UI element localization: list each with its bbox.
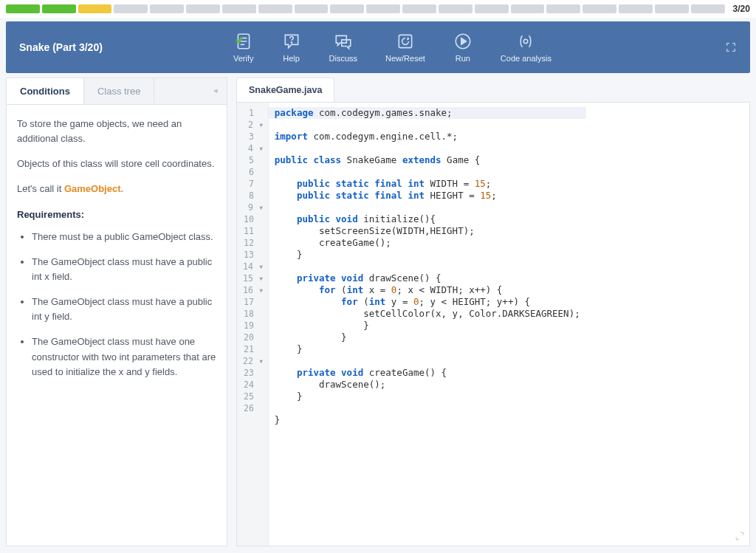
requirements-list: There must be a public GameObject class.… bbox=[17, 230, 216, 379]
progress-seg bbox=[655, 4, 689, 13]
analysis-icon bbox=[516, 32, 535, 51]
requirement-item: The GameObject class must have one const… bbox=[32, 334, 216, 379]
requirements-title: Requirements: bbox=[17, 207, 216, 222]
verify-button[interactable]: Verify bbox=[233, 32, 254, 63]
analysis-button[interactable]: Code analysis bbox=[501, 32, 551, 63]
progress-seg bbox=[258, 4, 292, 13]
svg-point-4 bbox=[524, 39, 528, 43]
progress-seg bbox=[619, 4, 653, 13]
progress-seg bbox=[295, 4, 329, 13]
verify-icon bbox=[234, 32, 253, 51]
discuss-button[interactable]: Discuss bbox=[329, 32, 358, 63]
fullscreen-icon[interactable] bbox=[725, 41, 737, 53]
progress-seg bbox=[222, 4, 256, 13]
tab-classtree[interactable]: Class tree bbox=[84, 78, 155, 104]
code-editor[interactable]: 1 2 ▾ 3 4 ▾ 5 6 7 8 9 ▾ 10 11 12 13 14 ▾… bbox=[236, 102, 750, 546]
svg-point-1 bbox=[291, 42, 292, 43]
progress-seg bbox=[583, 4, 616, 13]
progress-seg bbox=[330, 4, 364, 13]
code-area[interactable]: package com.codegym.games.snake; import … bbox=[269, 103, 586, 546]
newreset-label: New/Reset bbox=[385, 54, 425, 63]
page-title: Snake (Part 3/20) bbox=[19, 41, 233, 53]
progress-seg bbox=[78, 4, 112, 13]
help-icon bbox=[282, 32, 301, 51]
run-icon bbox=[453, 32, 472, 51]
discuss-icon bbox=[334, 32, 353, 51]
gutter: 1 2 ▾ 3 4 ▾ 5 6 7 8 9 ▾ 10 11 12 13 14 ▾… bbox=[237, 103, 269, 546]
requirement-item: There must be a public GameObject class. bbox=[32, 230, 216, 244]
progress-seg bbox=[439, 4, 472, 13]
progress-seg bbox=[114, 4, 148, 13]
requirement-item: The GameObject class must have a public … bbox=[32, 255, 216, 284]
highlight-classname: GameObject bbox=[64, 183, 121, 194]
conditions-text: Objects of this class will store cell co… bbox=[17, 157, 216, 171]
left-tabs: Conditions Class tree ◂ bbox=[7, 78, 227, 105]
svg-rect-2 bbox=[399, 35, 411, 47]
file-tab[interactable]: SnakeGame.java bbox=[236, 78, 334, 102]
progress-seg bbox=[42, 4, 76, 13]
progress-seg bbox=[366, 4, 400, 13]
collapse-sidebar-icon[interactable]: ◂ bbox=[205, 78, 227, 104]
progress-count: 3/20 bbox=[727, 4, 750, 14]
progress-seg bbox=[691, 4, 725, 13]
reset-icon bbox=[396, 32, 415, 51]
requirement-item: The GameObject class must have a public … bbox=[32, 295, 216, 324]
progress-seg bbox=[6, 4, 40, 13]
header: Snake (Part 3/20) Verify Help Discuss Ne… bbox=[6, 21, 750, 73]
conditions-body: To store the game objects, we need an ad… bbox=[7, 105, 227, 402]
editor-expand-icon[interactable] bbox=[735, 531, 745, 541]
progress-seg bbox=[402, 4, 436, 13]
progress-seg bbox=[511, 4, 545, 13]
conditions-text: To store the game objects, we need an ad… bbox=[17, 117, 216, 146]
help-button[interactable]: Help bbox=[282, 32, 301, 63]
toolbar: Verify Help Discuss New/Reset Run Code a… bbox=[233, 32, 551, 63]
run-button[interactable]: Run bbox=[453, 32, 472, 63]
progress-bar: 3/20 bbox=[0, 0, 756, 18]
file-tabs: SnakeGame.java bbox=[236, 78, 750, 102]
main: Conditions Class tree ◂ To store the gam… bbox=[6, 78, 750, 546]
right-panel: SnakeGame.java 1 2 ▾ 3 4 ▾ 5 6 7 8 9 ▾ 1… bbox=[236, 78, 750, 546]
progress-seg bbox=[546, 4, 580, 13]
left-panel: Conditions Class tree ◂ To store the gam… bbox=[6, 78, 227, 546]
progress-seg bbox=[475, 4, 509, 13]
conditions-text: Let's call it GameObject. bbox=[17, 182, 216, 196]
newreset-button[interactable]: New/Reset bbox=[385, 32, 425, 63]
progress-seg bbox=[150, 4, 184, 13]
progress-seg bbox=[186, 4, 220, 13]
analysis-label: Code analysis bbox=[501, 54, 551, 63]
help-label: Help bbox=[283, 54, 300, 63]
tab-conditions[interactable]: Conditions bbox=[7, 78, 84, 104]
verify-label: Verify bbox=[233, 54, 254, 63]
run-label: Run bbox=[456, 54, 470, 63]
discuss-label: Discuss bbox=[329, 54, 358, 63]
